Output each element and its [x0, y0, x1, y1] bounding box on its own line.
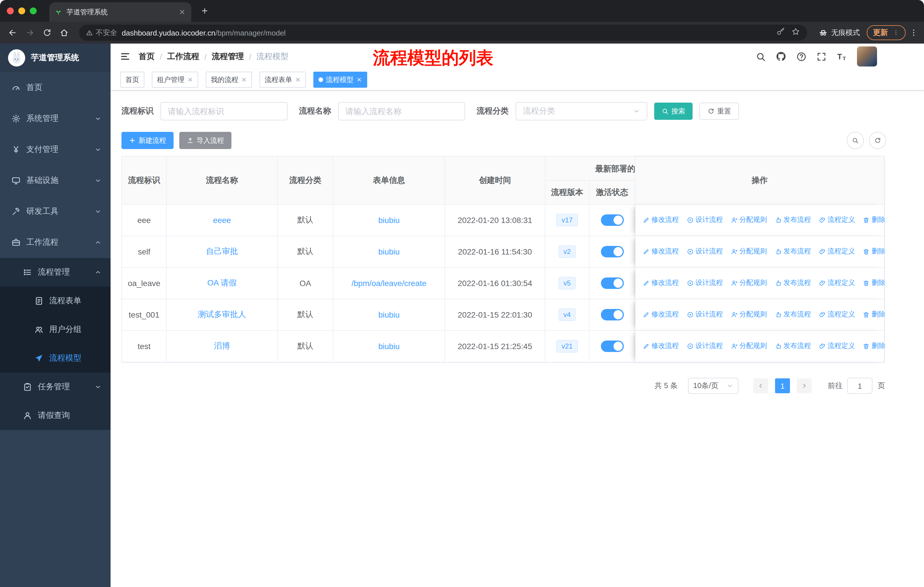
minimize-window-button[interactable]: [18, 7, 25, 14]
process-definition-link[interactable]: 流程定义: [819, 278, 855, 288]
status-toggle[interactable]: [601, 214, 624, 226]
process-name-link[interactable]: 滔博: [214, 341, 230, 350]
process-definition-link[interactable]: 流程定义: [819, 341, 855, 351]
github-icon[interactable]: [776, 51, 787, 62]
design-process-link[interactable]: 设计流程: [687, 310, 723, 319]
security-indicator[interactable]: 不安全: [86, 28, 117, 38]
form-info-link[interactable]: biubiu: [378, 342, 400, 351]
status-toggle[interactable]: [601, 341, 624, 352]
delete-link[interactable]: 删除: [863, 341, 885, 351]
design-process-link[interactable]: 设计流程: [687, 247, 723, 256]
process-id-input[interactable]: [160, 102, 287, 121]
breadcrumb-home[interactable]: 首页: [139, 51, 155, 62]
address-bar[interactable]: 不安全 dashboard.yudao.iocoder.cn/bpm/manag…: [79, 25, 807, 41]
design-process-link[interactable]: 设计流程: [687, 278, 723, 288]
browser-tab[interactable]: 芋道管理系统: [49, 2, 191, 22]
status-toggle[interactable]: [601, 309, 624, 321]
process-name-link[interactable]: OA 请假: [207, 278, 237, 287]
browser-update-button[interactable]: 更新: [867, 25, 906, 40]
sidebar-item-payment[interactable]: 支付管理: [0, 134, 111, 165]
edit-process-link[interactable]: 修改流程: [643, 278, 679, 288]
delete-link[interactable]: 删除: [863, 278, 885, 288]
form-info-link[interactable]: biubiu: [378, 310, 400, 319]
publish-process-link[interactable]: 发布流程: [775, 341, 811, 351]
edit-process-link[interactable]: 修改流程: [643, 310, 679, 319]
reset-button[interactable]: 重置: [700, 103, 739, 120]
assign-rules-link[interactable]: 分配规则: [731, 247, 767, 256]
sidebar-item-workflow[interactable]: 工作流程: [0, 227, 111, 258]
create-process-button[interactable]: 新建流程: [121, 132, 173, 149]
assign-rules-link[interactable]: 分配规则: [731, 341, 767, 351]
sidebar-item-process-model[interactable]: 流程模型: [0, 344, 111, 373]
sidebar-item-task-management[interactable]: 任务管理: [0, 373, 111, 401]
assign-rules-link[interactable]: 分配规则: [731, 215, 767, 225]
publish-process-link[interactable]: 发布流程: [775, 247, 811, 256]
sidebar-item-home[interactable]: 首页: [0, 72, 111, 103]
assign-rules-link[interactable]: 分配规则: [731, 310, 767, 319]
forward-button[interactable]: [23, 26, 37, 40]
publish-process-link[interactable]: 发布流程: [775, 215, 811, 225]
tag-close-icon[interactable]: [241, 77, 247, 83]
assign-rules-link[interactable]: 分配规则: [731, 278, 767, 288]
sidebar-item-infrastructure[interactable]: 基础设施: [0, 165, 111, 196]
process-name-link[interactable]: 自己审批: [206, 246, 238, 256]
publish-process-link[interactable]: 发布流程: [775, 310, 811, 319]
close-window-button[interactable]: [7, 7, 14, 14]
home-button[interactable]: [57, 26, 71, 40]
delete-link[interactable]: 删除: [863, 247, 885, 256]
status-toggle[interactable]: [601, 246, 624, 257]
process-name-link[interactable]: eeee: [213, 215, 231, 225]
breadcrumb-process-management[interactable]: 流程管理: [212, 51, 244, 62]
edit-process-link[interactable]: 修改流程: [643, 215, 679, 225]
import-process-button[interactable]: 导入流程: [179, 132, 231, 149]
reload-button[interactable]: [40, 26, 54, 40]
bookmark-star-icon[interactable]: [791, 27, 800, 38]
maximize-window-button[interactable]: [30, 7, 37, 14]
user-avatar[interactable]: [857, 46, 877, 66]
help-icon[interactable]: [796, 51, 807, 62]
form-info-link[interactable]: biubiu: [378, 215, 400, 225]
search-button[interactable]: 搜索: [654, 103, 693, 120]
tag-close-icon[interactable]: [295, 77, 301, 83]
process-name-link[interactable]: 测试多审批人: [198, 309, 246, 319]
tag-close-icon[interactable]: [187, 77, 193, 83]
tag-close-icon[interactable]: [356, 77, 362, 83]
delete-link[interactable]: 删除: [863, 215, 885, 225]
edit-process-link[interactable]: 修改流程: [643, 341, 679, 351]
breadcrumb-workflow[interactable]: 工作流程: [167, 51, 200, 62]
process-name-input[interactable]: [338, 102, 465, 121]
prev-page-button[interactable]: [753, 378, 768, 393]
tab-close-icon[interactable]: [179, 8, 186, 15]
refresh-table-button[interactable]: [869, 132, 886, 149]
process-definition-link[interactable]: 流程定义: [819, 310, 855, 319]
page-size-select[interactable]: 10条/页: [688, 378, 738, 394]
sidebar-item-system[interactable]: 系统管理: [0, 103, 111, 134]
edit-process-link[interactable]: 修改流程: [643, 247, 679, 256]
design-process-link[interactable]: 设计流程: [687, 215, 723, 225]
tag-process-model[interactable]: 流程模型: [314, 72, 367, 88]
page-1-button[interactable]: 1: [775, 378, 790, 393]
design-process-link[interactable]: 设计流程: [687, 341, 723, 351]
font-size-icon[interactable]: [837, 51, 847, 62]
browser-menu-button[interactable]: [909, 28, 918, 37]
tag-tenant-management[interactable]: 租户管理: [152, 72, 198, 88]
process-definition-link[interactable]: 流程定义: [819, 215, 855, 225]
sidebar-item-leave-query[interactable]: 请假查询: [0, 401, 111, 430]
sidebar-collapse-button[interactable]: [120, 51, 130, 62]
back-button[interactable]: [6, 26, 20, 40]
tag-home[interactable]: 首页: [120, 72, 144, 88]
tag-my-process[interactable]: 我的流程: [206, 72, 252, 88]
sidebar-item-process-form[interactable]: 流程表单: [0, 287, 111, 315]
form-info-link[interactable]: /bpm/oa/leave/create: [351, 279, 426, 288]
search-icon[interactable]: [756, 51, 766, 62]
sidebar-item-process-management[interactable]: 流程管理: [0, 258, 111, 287]
publish-process-link[interactable]: 发布流程: [775, 278, 811, 288]
process-category-select[interactable]: 流程分类: [516, 102, 647, 121]
toggle-search-button[interactable]: [846, 132, 864, 149]
next-page-button[interactable]: [797, 378, 812, 393]
process-definition-link[interactable]: 流程定义: [819, 247, 855, 256]
password-key-icon[interactable]: [776, 27, 785, 38]
new-tab-button[interactable]: +: [197, 3, 212, 18]
tag-process-form[interactable]: 流程表单: [259, 72, 306, 88]
goto-page-input[interactable]: [847, 378, 873, 394]
